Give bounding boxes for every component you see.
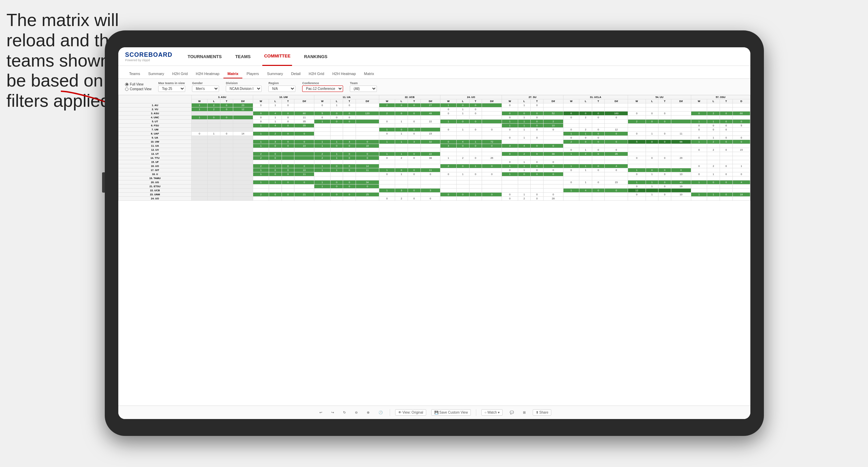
row-label: 13. UT (119, 152, 192, 156)
matrix-cell: 0 (658, 172, 671, 176)
sub-nav-summary2[interactable]: Summary (263, 70, 287, 78)
sub-nav-matrix2[interactable]: Matrix (360, 70, 378, 78)
compact-view-radio[interactable]: Compact View (125, 87, 151, 91)
matrix-cell (628, 197, 646, 201)
matrix-cell (732, 156, 750, 160)
share-button[interactable]: ⬆ Share (533, 409, 551, 416)
sub-h-d6: Dif (543, 99, 563, 103)
matrix-cell (314, 136, 330, 140)
matrix-cell: 2 (379, 103, 395, 107)
matrix-cell: 1 (379, 128, 395, 132)
sub-nav-teams[interactable]: Teams (125, 70, 144, 78)
matrix-cell: 1 (707, 172, 720, 176)
nav-teams[interactable]: TEAMS (234, 47, 252, 66)
matrix-cell: 0 (691, 124, 707, 128)
refresh-button[interactable]: ↻ (341, 410, 348, 415)
matrix-cell: 0 (269, 152, 282, 156)
zoom-out-button[interactable]: ⊖ (353, 410, 360, 415)
matrix-cell: 0 (646, 156, 658, 160)
team-select[interactable]: (All) (350, 85, 377, 92)
matrix-cell (343, 189, 356, 193)
nav-tournaments[interactable]: TOURNAMENTS (186, 47, 223, 66)
matrix-cell: 1 (469, 164, 482, 168)
matrix-cell (543, 156, 563, 160)
gender-select[interactable]: Men's (192, 85, 219, 92)
matrix-cell: 0 (294, 132, 314, 136)
matrix-cell: 0 (720, 140, 732, 144)
nav-items: TOURNAMENTS TEAMS COMMITTEE RANKINGS (186, 47, 329, 66)
matrix-cell: 0 (343, 152, 356, 156)
matrix-cell (482, 197, 502, 201)
matrix-cell (720, 189, 732, 193)
matrix-cell (330, 124, 343, 128)
matrix-cell: 0 (356, 156, 379, 160)
sub-nav-players[interactable]: Players (242, 70, 263, 78)
matrix-cell: 0 (191, 132, 207, 136)
col-header-ucla: 31. UCLA (563, 95, 628, 99)
view-original-button[interactable]: 👁 View: Original (395, 409, 426, 416)
matrix-cell: 0 (543, 168, 563, 172)
matrix-cell: 32 (420, 140, 440, 144)
grid-button[interactable]: ⊞ (521, 410, 528, 415)
undo-button[interactable]: ↩ (317, 410, 324, 415)
division-select[interactable]: NCAA Division I (226, 85, 262, 92)
matrix-cell: 18 (356, 144, 379, 148)
compact-view-dot (125, 88, 128, 91)
matrix-cell: 0 (408, 103, 420, 107)
matrix-cell: 0 (469, 172, 482, 176)
matrix-cell (233, 160, 253, 164)
matrix-cell (440, 148, 456, 152)
matrix-cell (356, 148, 379, 152)
clock-button[interactable]: 🕐 (377, 410, 385, 415)
watch-button[interactable]: ○ Watch ▾ (481, 409, 503, 416)
matrix-cell (720, 156, 732, 160)
matrix-content[interactable]: 3. ASU 10. UW 11. UA 22. UCB 24. UO 27. … (118, 95, 750, 405)
matrix-cell (691, 176, 707, 180)
sub-nav-h2h-heatmap[interactable]: H2H Heatmap (192, 70, 223, 78)
matrix-cell: 0 (502, 112, 518, 116)
matrix-cell (531, 185, 544, 189)
matrix-cell (592, 176, 605, 180)
sub-nav-h2h-grid[interactable]: H2H Grid (168, 70, 192, 78)
matrix-cell: 0 (330, 164, 343, 168)
matrix-cell (707, 185, 720, 189)
matrix-cell: 0 (330, 180, 343, 185)
matrix-cell: 0 (482, 164, 502, 168)
matrix-cell (208, 180, 220, 185)
matrix-cell (253, 136, 269, 140)
matrix-cell (563, 193, 579, 197)
matrix-cell (707, 176, 720, 180)
matrix-cell: 1 (518, 136, 531, 140)
zoom-in-button[interactable]: ⊕ (365, 410, 371, 415)
matrix-cell (220, 193, 233, 197)
matrix-cell: 2 (314, 193, 330, 197)
sub-nav-detail[interactable]: Detail (287, 70, 305, 78)
sub-nav-matrix[interactable]: Matrix (223, 70, 242, 78)
matrix-cell (518, 176, 531, 180)
matrix-cell (408, 136, 420, 140)
redo-button[interactable]: ↪ (329, 410, 336, 415)
matrix-cell: 3 (420, 189, 440, 193)
matrix-cell (691, 156, 707, 160)
matrix-cell: 1 (314, 164, 330, 168)
sub-nav-summary[interactable]: Summary (144, 70, 168, 78)
nav-rankings[interactable]: RANKINGS (302, 47, 329, 66)
sub-nav-h2h-heatmap2[interactable]: H2H Heatmap (328, 70, 360, 78)
nav-committee[interactable]: COMMITTEE (262, 47, 292, 66)
matrix-cell (646, 144, 658, 148)
matrix-cell: 2 (707, 148, 720, 152)
matrix-cell: 1 (253, 180, 269, 185)
table-row: 22. UCB1303140012 (119, 189, 750, 193)
matrix-cell (440, 116, 456, 120)
region-select[interactable]: N/A (268, 85, 295, 92)
comment-button[interactable]: 💬 (508, 410, 516, 415)
full-view-radio[interactable]: Full View (125, 82, 151, 86)
save-custom-button[interactable]: 💾 Save Custom View (431, 409, 471, 416)
matrix-cell: 6 (563, 112, 579, 116)
max-teams-select[interactable]: Top 25 (158, 85, 185, 92)
matrix-cell: 1 (707, 120, 720, 124)
filter-bar: Full View Compact View Max teams in view… (118, 79, 750, 95)
conference-select[interactable]: Pac-12 Conference (302, 85, 343, 92)
matrix-cell (456, 148, 469, 152)
sub-nav-h2h-grid2[interactable]: H2H Grid (305, 70, 328, 78)
